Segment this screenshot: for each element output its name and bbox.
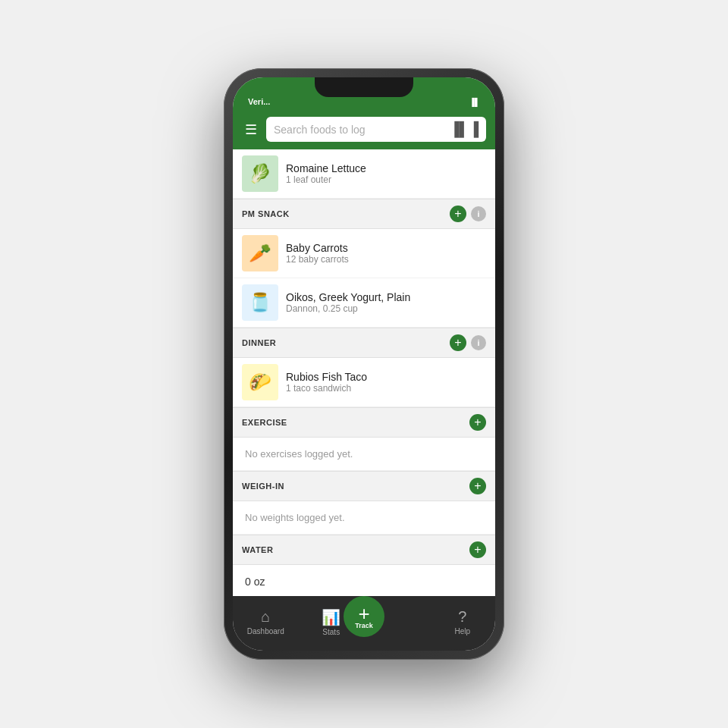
hamburger-menu[interactable]: ☰: [242, 118, 260, 141]
nav-help-label: Help: [454, 627, 470, 635]
food-name: Baby Carrots: [286, 242, 486, 254]
pm-snack-header: PM SNACK + i: [233, 199, 495, 229]
weigh-in-add-button[interactable]: +: [469, 478, 486, 494]
track-button[interactable]: + Track: [344, 596, 384, 637]
food-info: Romaine Lettuce 1 leaf outer: [286, 162, 486, 185]
dinner-header: DINNER + i: [233, 328, 495, 358]
food-name: Oikos, Greek Yogurt, Plain: [286, 291, 486, 303]
water-amount: 0 oz: [233, 565, 495, 596]
food-name: Rubios Fish Taco: [286, 371, 486, 383]
search-placeholder: Search foods to log: [274, 124, 450, 136]
weigh-in-label: WEIGH-IN: [242, 482, 465, 491]
carrier-text: Veri...: [248, 97, 270, 106]
food-desc: 1 leaf outer: [286, 174, 486, 185]
nav-help[interactable]: ? Help: [430, 608, 496, 639]
food-desc: 12 baby carrots: [286, 254, 486, 265]
search-bar: ☰ Search foods to log ▐▌▐: [233, 111, 495, 149]
pm-snack-label: PM SNACK: [242, 209, 445, 218]
pm-snack-info-button[interactable]: i: [471, 206, 486, 221]
exercise-empty: No exercises logged yet.: [233, 438, 495, 471]
taco-emoji: 🌮: [249, 372, 271, 393]
food-desc: Dannon, 0.25 cup: [286, 303, 486, 314]
list-item[interactable]: 🌮 Rubios Fish Taco 1 taco sandwich: [233, 358, 495, 407]
nav-dashboard[interactable]: ⌂ Dashboard: [233, 608, 299, 639]
phone-frame: Veri... ▐▌ ☰ Search foods to log ▐▌▐ 🥬 R…: [224, 68, 504, 660]
water-label: WATER: [242, 545, 465, 554]
exercise-label: EXERCISE: [242, 418, 465, 427]
dinner-info-button[interactable]: i: [471, 335, 486, 350]
food-thumbnail: 🫙: [242, 284, 278, 321]
stats-icon: 📊: [322, 608, 340, 626]
food-thumbnail: 🌮: [242, 364, 278, 400]
water-add-button[interactable]: +: [469, 541, 486, 558]
list-item[interactable]: 🥬 Romaine Lettuce 1 leaf outer: [233, 149, 495, 199]
search-input-wrap[interactable]: Search foods to log ▐▌▐: [266, 117, 486, 142]
lettuce-emoji: 🥬: [249, 163, 271, 184]
bottom-nav: ⌂ Dashboard 📊 Stats · ? Help + Track: [233, 596, 495, 651]
carrot-emoji: 🥕: [249, 243, 271, 264]
food-info: Oikos, Greek Yogurt, Plain Dannon, 0.25 …: [286, 291, 486, 314]
list-item[interactable]: 🥕 Baby Carrots 12 baby carrots: [233, 229, 495, 278]
weigh-in-empty: No weights logged yet.: [233, 501, 495, 535]
weigh-in-header: WEIGH-IN +: [233, 471, 495, 501]
main-content: 🥬 Romaine Lettuce 1 leaf outer PM SNACK …: [233, 149, 495, 596]
barcode-icon[interactable]: ▐▌▐: [450, 121, 479, 137]
track-plus-icon: +: [358, 604, 369, 623]
yogurt-emoji: 🫙: [249, 292, 271, 313]
food-thumbnail: 🥕: [242, 235, 278, 271]
water-header: WATER +: [233, 535, 495, 565]
status-icons: ▐▌: [469, 98, 480, 106]
battery-icon: ▐▌: [469, 98, 480, 106]
exercise-header: EXERCISE +: [233, 407, 495, 438]
help-icon: ?: [458, 608, 466, 626]
exercise-add-button[interactable]: +: [469, 414, 486, 431]
food-info: Baby Carrots 12 baby carrots: [286, 242, 486, 265]
home-icon: ⌂: [261, 608, 270, 626]
pm-snack-add-button[interactable]: +: [450, 206, 466, 222]
phone-screen: Veri... ▐▌ ☰ Search foods to log ▐▌▐ 🥬 R…: [233, 77, 495, 651]
track-label: Track: [355, 622, 373, 629]
dinner-add-button[interactable]: +: [450, 334, 466, 351]
food-name: Romaine Lettuce: [286, 162, 486, 174]
food-desc: 1 taco sandwich: [286, 383, 486, 394]
list-item[interactable]: 🫙 Oikos, Greek Yogurt, Plain Dannon, 0.2…: [233, 278, 495, 328]
nav-dashboard-label: Dashboard: [247, 627, 284, 635]
food-thumbnail: 🥬: [242, 155, 278, 192]
food-info: Rubios Fish Taco 1 taco sandwich: [286, 371, 486, 394]
dinner-label: DINNER: [242, 338, 445, 347]
phone-notch: [315, 77, 413, 97]
nav-stats-label: Stats: [322, 628, 340, 636]
